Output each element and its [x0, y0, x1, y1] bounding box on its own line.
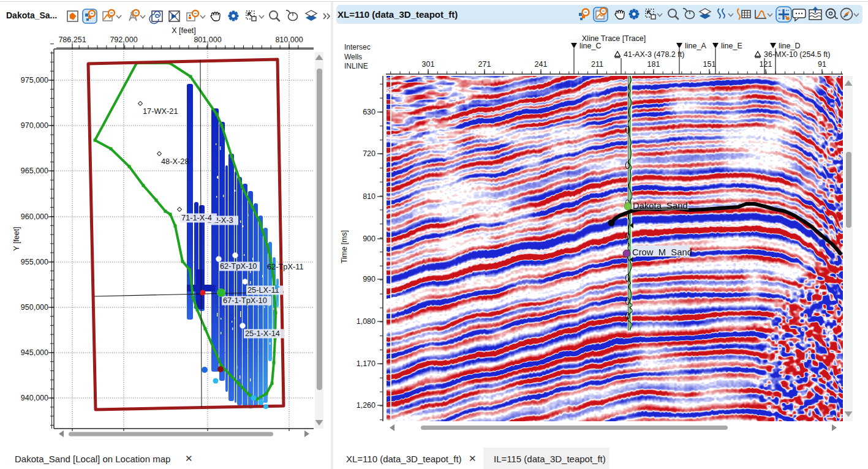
svg-text:62-TpX-10: 62-TpX-10	[220, 261, 257, 271]
svg-text:25-LX-11: 25-LX-11	[247, 285, 279, 295]
svg-text:62-TpX-11: 62-TpX-11	[267, 262, 304, 271]
svg-text:945,000: 945,000	[21, 348, 48, 357]
svg-text:965,000: 965,000	[21, 167, 48, 175]
svg-text:121: 121	[760, 60, 772, 69]
svg-text:17-WX-21: 17-WX-21	[143, 107, 178, 116]
svg-text:960,000: 960,000	[21, 212, 48, 221]
svg-text:48-X-28: 48-X-28	[161, 157, 189, 166]
svg-text:810: 810	[363, 192, 376, 201]
svg-text:line_A: line_A	[685, 42, 706, 50]
svg-text:900: 900	[363, 234, 376, 243]
svg-text:720: 720	[363, 149, 376, 158]
svg-text:990: 990	[363, 275, 376, 283]
svg-text:301: 301	[422, 60, 435, 69]
svg-text:801,000: 801,000	[194, 36, 221, 44]
svg-text:151: 151	[703, 60, 716, 69]
svg-text:955,000: 955,000	[21, 258, 48, 266]
svg-text:Dakota_Sand: Dakota_Sand	[633, 201, 688, 211]
svg-text:41-AX-3 (478.2 ft): 41-AX-3 (478.2 ft)	[624, 50, 684, 59]
svg-text:1,260: 1,260	[357, 401, 376, 410]
svg-text:181: 181	[647, 60, 660, 69]
svg-text:25-1-X-14: 25-1-X-14	[245, 329, 280, 338]
svg-text:line_C: line_C	[579, 42, 601, 50]
svg-text:630: 630	[363, 108, 376, 116]
svg-text:211: 211	[591, 60, 603, 69]
svg-text:Time [ms]: Time [ms]	[340, 230, 349, 263]
svg-text:950,000: 950,000	[21, 303, 48, 312]
svg-text:91: 91	[818, 60, 826, 69]
svg-text:241: 241	[535, 60, 548, 69]
svg-text:Y [feet]: Y [feet]	[12, 227, 21, 250]
svg-text:786,251: 786,251	[58, 36, 86, 44]
svg-text:X [feet]: X [feet]	[172, 26, 196, 35]
svg-text:67-1-TpX-10: 67-1-TpX-10	[223, 296, 267, 305]
svg-text:36-MX-10 (254.5 ft): 36-MX-10 (254.5 ft)	[764, 50, 830, 59]
svg-text:line_D: line_D	[779, 42, 800, 50]
svg-text:Crow_M_Sand: Crow_M_Sand	[632, 247, 692, 257]
svg-text:940,000: 940,000	[21, 394, 48, 402]
svg-text:271: 271	[478, 60, 491, 69]
svg-text:71-1-X-4: 71-1-X-4	[181, 213, 212, 222]
svg-text:line_E: line_E	[721, 42, 742, 50]
svg-text:810,000: 810,000	[275, 36, 303, 44]
svg-text:975,000: 975,000	[21, 76, 48, 84]
svg-text:792,000: 792,000	[110, 36, 137, 44]
svg-text:1,080: 1,080	[357, 317, 376, 326]
svg-text:970,000: 970,000	[21, 121, 48, 130]
svg-text:1,170: 1,170	[357, 359, 376, 368]
